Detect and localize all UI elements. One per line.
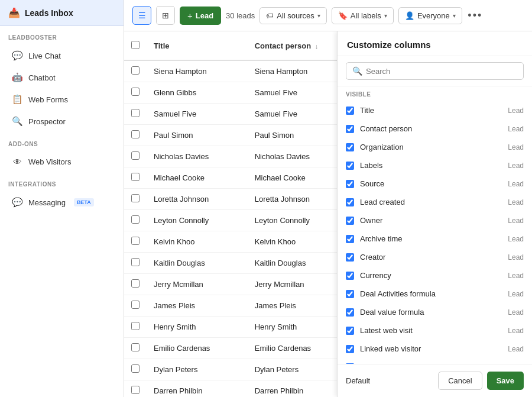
column-checkbox[interactable] xyxy=(346,272,354,280)
column-item[interactable]: Archive time Lead xyxy=(338,230,532,248)
sidebar-header[interactable]: 📥 Leads Inbox xyxy=(0,0,124,26)
search-input[interactable] xyxy=(366,67,517,76)
default-button[interactable]: Default xyxy=(346,376,370,385)
select-all-checkbox[interactable] xyxy=(131,41,140,49)
row-checkbox[interactable] xyxy=(131,194,140,202)
sidebar-item-messaging[interactable]: 💬 Messaging BETA xyxy=(4,192,120,213)
row-checkbox-cell[interactable] xyxy=(124,189,147,210)
column-checkbox[interactable] xyxy=(346,253,354,262)
labels-filter[interactable]: 🔖 All labels ▾ xyxy=(332,7,394,24)
row-checkbox-cell[interactable] xyxy=(124,380,147,398)
more-options-button[interactable]: ••• xyxy=(467,7,484,24)
column-name: Lead created xyxy=(360,198,502,206)
everyone-filter[interactable]: 👤 Everyone ▾ xyxy=(398,7,462,24)
column-checkbox[interactable] xyxy=(346,106,354,115)
row-checkbox-cell[interactable] xyxy=(124,210,147,231)
main-area: ☰ ⊞ + Lead 30 leads 🏷 All sources ▾ 🔖 Al… xyxy=(124,0,532,397)
row-checkbox[interactable] xyxy=(131,130,140,138)
row-checkbox[interactable] xyxy=(131,88,140,96)
column-type: Lead xyxy=(508,253,524,262)
column-item[interactable]: Deal Activities formula Lead xyxy=(338,285,532,303)
sidebar-item-prospector[interactable]: 🔍 Prospector xyxy=(4,111,120,132)
column-checkbox[interactable] xyxy=(346,180,354,188)
row-checkbox[interactable] xyxy=(131,66,140,75)
sidebar-title: Leads Inbox xyxy=(25,8,73,18)
column-checkbox[interactable] xyxy=(346,143,354,151)
column-checkbox[interactable] xyxy=(346,235,354,243)
column-item[interactable]: Source Lead xyxy=(338,175,532,193)
select-all-header[interactable] xyxy=(124,31,147,60)
row-checkbox-cell[interactable] xyxy=(124,104,147,125)
column-item[interactable]: Organization Lead xyxy=(338,138,532,156)
column-item[interactable]: Contact person Lead xyxy=(338,120,532,138)
sidebar-item-chatbot[interactable]: 🤖 Chatbot xyxy=(4,67,120,88)
beta-badge: BETA xyxy=(74,198,94,206)
column-checkbox[interactable] xyxy=(346,290,354,298)
row-checkbox[interactable] xyxy=(131,301,140,309)
column-item[interactable]: Currency Lead xyxy=(338,266,532,285)
column-item[interactable]: Title Lead xyxy=(338,101,532,120)
sidebar-item-live-chat[interactable]: 💬 Live Chat xyxy=(4,45,120,66)
customize-title: Customize columns xyxy=(338,31,532,56)
table-area: Title Contact person ↓ Organization Labe… xyxy=(124,31,532,397)
row-title: Michael Cooke xyxy=(147,167,248,189)
live-chat-icon: 💬 xyxy=(12,50,22,61)
row-checkbox-cell[interactable] xyxy=(124,359,147,380)
column-checkbox[interactable] xyxy=(346,217,354,225)
row-checkbox[interactable] xyxy=(131,343,140,351)
add-lead-button[interactable]: + Lead xyxy=(180,7,221,25)
row-checkbox[interactable] xyxy=(131,151,140,160)
save-button[interactable]: Save xyxy=(487,372,524,390)
label-icon: 🔖 xyxy=(338,11,348,20)
list-view-button[interactable]: ☰ xyxy=(132,6,151,25)
row-title: Dylan Peters xyxy=(147,359,248,380)
column-checkbox[interactable] xyxy=(346,345,354,353)
customize-footer: Default Cancel Save xyxy=(338,364,532,397)
sidebar-item-web-forms[interactable]: 📋 Web Forms xyxy=(4,89,120,110)
column-checkbox[interactable] xyxy=(346,308,354,317)
sidebar-item-web-visitors[interactable]: 👁 Web Visitors xyxy=(4,151,120,172)
row-checkbox-cell[interactable] xyxy=(124,231,147,253)
row-checkbox-cell[interactable] xyxy=(124,338,147,359)
row-checkbox-cell[interactable] xyxy=(124,60,147,82)
row-checkbox[interactable] xyxy=(131,279,140,288)
row-checkbox-cell[interactable] xyxy=(124,146,147,167)
prospector-label: Prospector xyxy=(28,117,66,126)
visible-label: VISIBLE xyxy=(338,86,532,100)
sources-filter[interactable]: 🏷 All sources ▾ xyxy=(259,7,327,24)
row-checkbox-cell[interactable] xyxy=(124,82,147,104)
column-item[interactable]: Next activity Lead xyxy=(338,358,532,364)
row-checkbox-cell[interactable] xyxy=(124,274,147,295)
row-checkbox-cell[interactable] xyxy=(124,167,147,189)
column-item[interactable]: Lead created Lead xyxy=(338,193,532,211)
column-item[interactable]: Deal value formula Lead xyxy=(338,303,532,321)
row-checkbox[interactable] xyxy=(131,173,140,181)
row-checkbox-cell[interactable] xyxy=(124,295,147,317)
row-checkbox-cell[interactable] xyxy=(124,317,147,338)
row-checkbox[interactable] xyxy=(131,258,140,266)
column-checkbox[interactable] xyxy=(346,198,354,206)
cancel-button[interactable]: Cancel xyxy=(438,372,482,390)
row-checkbox[interactable] xyxy=(131,215,140,224)
web-forms-icon: 📋 xyxy=(12,94,22,105)
row-checkbox[interactable] xyxy=(131,109,140,117)
row-checkbox[interactable] xyxy=(131,322,140,330)
column-item[interactable]: Owner Lead xyxy=(338,211,532,230)
column-checkbox[interactable] xyxy=(346,125,354,133)
integrations-section: INTEGRATIONS 💬 Messaging BETA xyxy=(0,173,124,214)
row-checkbox[interactable] xyxy=(131,386,140,394)
column-item[interactable]: Labels Lead xyxy=(338,156,532,175)
row-checkbox-cell[interactable] xyxy=(124,125,147,146)
row-checkbox[interactable] xyxy=(131,237,140,245)
kanban-view-button[interactable]: ⊞ xyxy=(156,6,175,25)
column-checkbox[interactable] xyxy=(346,162,354,170)
row-checkbox-cell[interactable] xyxy=(124,253,147,274)
column-checkbox[interactable] xyxy=(346,327,354,335)
column-type: Lead xyxy=(508,345,524,353)
column-item[interactable]: Creator Lead xyxy=(338,248,532,266)
column-item[interactable]: Linked web visitor Lead xyxy=(338,340,532,358)
column-name: Source xyxy=(360,179,502,188)
integrations-label: INTEGRATIONS xyxy=(0,173,124,191)
column-item[interactable]: Latest web visit Lead xyxy=(338,321,532,340)
row-checkbox[interactable] xyxy=(131,364,140,373)
